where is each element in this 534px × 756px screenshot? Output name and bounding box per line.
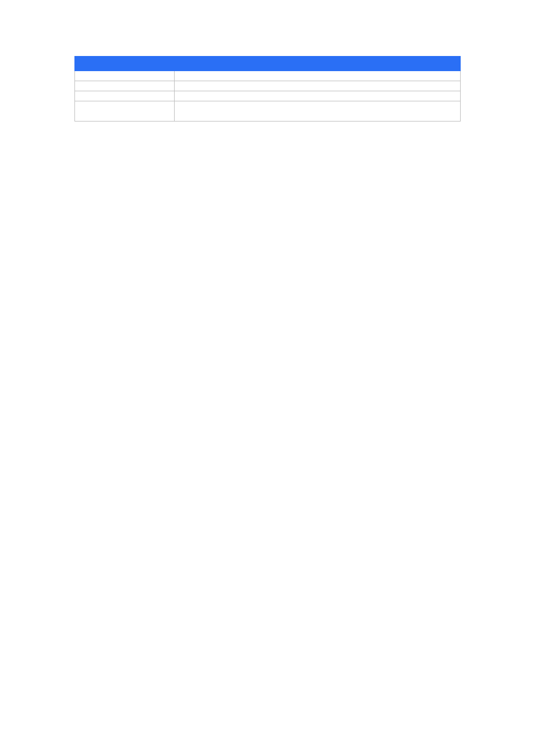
row-label-cell (75, 101, 175, 122)
table-header-cell (75, 57, 461, 71)
table-header-row (75, 57, 461, 71)
row-value-cell (175, 91, 461, 101)
table-row (75, 101, 461, 122)
table-row (75, 71, 461, 81)
table-body (75, 71, 461, 122)
table-container (74, 56, 460, 122)
table-row (75, 91, 461, 101)
row-value-cell (175, 81, 461, 91)
row-value-cell (175, 71, 461, 81)
row-label-cell (75, 81, 175, 91)
row-label-cell (75, 71, 175, 81)
row-value-cell (175, 101, 461, 122)
document-page (0, 0, 534, 756)
table-row (75, 81, 461, 91)
data-table (74, 56, 461, 122)
row-label-cell (75, 91, 175, 101)
